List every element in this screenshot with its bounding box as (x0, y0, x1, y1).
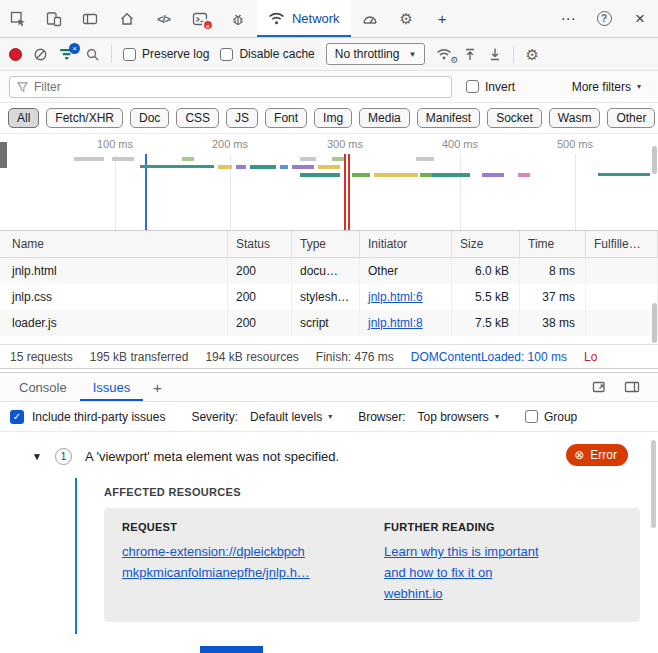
tab-application[interactable]: ⚙ (389, 0, 424, 37)
filter-chip-font[interactable]: Font (265, 108, 307, 128)
request-type: docu… (292, 258, 360, 284)
issue-row[interactable]: ▼ 1 A 'viewport' meta element was not sp… (32, 448, 628, 465)
overflow-menu-button[interactable]: ⋯ (550, 0, 586, 37)
column-header-fulfilled[interactable]: Fulfille… (586, 231, 658, 257)
request-name[interactable]: loader.js (0, 310, 228, 336)
help-icon: ? (597, 11, 612, 26)
tab-elements[interactable]: </> (146, 0, 181, 37)
drawer-tab-issues[interactable]: Issues (80, 373, 144, 401)
tab-network[interactable]: Network (257, 0, 351, 37)
tab-debugger[interactable] (219, 0, 257, 37)
checkbox-icon (525, 410, 538, 423)
request-fulfilled (586, 310, 658, 336)
drawer-scrollbar[interactable] (651, 440, 656, 528)
further-reading-link[interactable]: Learn why this is important (384, 541, 539, 562)
request-size: 6.0 kB (452, 258, 520, 284)
overview-scrollbar[interactable] (652, 146, 657, 174)
device-toolbar-button[interactable] (36, 0, 72, 37)
network-settings-button[interactable]: ⚙ (525, 47, 538, 62)
request-status: 200 (228, 258, 292, 284)
request-row[interactable]: jnlp.html 200 docu… Other 6.0 kB 8 ms (0, 258, 658, 284)
throttling-select[interactable]: No throttling ▼ (326, 43, 426, 65)
initiator-link[interactable]: jnlp.html:6 (368, 290, 423, 304)
expander-icon[interactable]: ▼ (32, 451, 42, 462)
focus-mode-button[interactable] (72, 0, 108, 37)
column-header-status[interactable]: Status (228, 231, 292, 257)
waterfall-segment (74, 157, 104, 161)
overview-scroll-handle[interactable] (0, 142, 7, 168)
initiator-link[interactable]: jnlp.html:8 (368, 316, 423, 330)
filter-chip-socket[interactable]: Socket (487, 108, 542, 128)
affected-request-link[interactable]: chrome-extension://dpleickbpch (122, 541, 384, 562)
affected-request-link[interactable]: mkpkmicanfolmianepfhe/jnlp.h… (122, 562, 384, 583)
network-overview[interactable]: 100 ms 200 ms 300 ms 400 ms 500 ms (0, 134, 658, 231)
checkbox-icon (123, 48, 136, 61)
network-summary-bar: 15 requests 195 kB transferred 194 kB re… (0, 344, 658, 369)
clear-button[interactable] (33, 47, 48, 62)
request-name[interactable]: jnlp.css (0, 284, 228, 310)
column-header-name[interactable]: Name (0, 231, 228, 257)
column-header-size[interactable]: Size (452, 231, 520, 257)
disable-cache-checkbox[interactable]: Disable cache (220, 47, 314, 61)
filter-chip-other[interactable]: Other (607, 108, 655, 128)
record-button[interactable] (9, 48, 22, 61)
severity-dropdown[interactable]: Default levels ▾ (250, 410, 332, 424)
add-drawer-tab-button[interactable]: + (143, 373, 171, 401)
waterfall-segment (182, 157, 194, 161)
filter-chip-manifest[interactable]: Manifest (417, 108, 480, 128)
drawer-tab-console[interactable]: Console (6, 373, 80, 401)
request-row[interactable]: loader.js 200 script jnlp.html:8 7.5 kB … (0, 310, 658, 336)
column-header-initiator[interactable]: Initiator (360, 231, 452, 257)
tab-welcome[interactable] (108, 0, 146, 37)
column-header-type[interactable]: Type (292, 231, 360, 257)
clear-filters-badge[interactable]: × (69, 43, 80, 54)
filter-chip-media[interactable]: Media (359, 108, 410, 128)
waterfall-segment (416, 157, 434, 161)
column-header-time[interactable]: Time (520, 231, 586, 257)
help-button[interactable]: ? (586, 0, 622, 37)
waterfall-segment (518, 173, 530, 177)
filter-chip-fetch-xhr[interactable]: Fetch/XHR (46, 108, 123, 128)
filter-input[interactable] (34, 80, 444, 94)
waterfall-segment (292, 165, 314, 169)
filter-chip-img[interactable]: Img (314, 108, 352, 128)
issues-panel: ▼ 1 A 'viewport' meta element was not sp… (0, 432, 658, 653)
request-row[interactable]: jnlp.css 200 stylesh… jnlp.html:6 5.5 kB… (0, 284, 658, 310)
expand-drawer-icon[interactable] (624, 379, 640, 395)
more-tabs-button[interactable]: + (424, 0, 460, 37)
issue-title[interactable]: A 'viewport' meta element was not specif… (85, 449, 339, 464)
invert-checkbox[interactable]: Invert (466, 80, 515, 94)
table-scrollbar[interactable] (652, 303, 657, 343)
more-filters-button[interactable]: More filters ▾ (572, 80, 641, 94)
search-button[interactable] (85, 47, 100, 62)
tab-console[interactable]: × (181, 0, 219, 37)
further-reading-link[interactable]: webhint.io (384, 583, 539, 604)
tabbar-spacer (460, 0, 550, 37)
error-severity-badge[interactable]: ⊗ Error (566, 444, 628, 466)
export-har-button[interactable] (488, 47, 502, 61)
network-conditions-button[interactable]: ⚙ (436, 48, 452, 60)
filter-toggle-button[interactable]: × (59, 48, 74, 61)
close-devtools-button[interactable]: × (622, 0, 658, 37)
request-name[interactable]: jnlp.html (0, 258, 228, 284)
browser-dropdown[interactable]: Top browsers ▾ (418, 410, 499, 424)
tab-performance[interactable] (351, 0, 389, 37)
import-har-button[interactable] (463, 47, 477, 61)
toolbar-divider (111, 45, 112, 63)
open-panel-icon[interactable] (591, 379, 607, 395)
filter-chip-css[interactable]: CSS (176, 108, 219, 128)
summary-finish: Finish: 476 ms (316, 350, 394, 364)
filter-chip-all[interactable]: All (8, 108, 39, 128)
group-checkbox[interactable]: Group (525, 410, 577, 424)
include-third-party-checkbox[interactable]: ✓ (10, 410, 24, 424)
waterfall-segment (352, 173, 370, 177)
filter-chip-js[interactable]: JS (226, 108, 258, 128)
preserve-log-checkbox[interactable]: Preserve log (123, 47, 209, 61)
filter-chip-doc[interactable]: Doc (130, 108, 169, 128)
filter-chip-wasm[interactable]: Wasm (549, 108, 601, 128)
filter-input-box[interactable] (9, 76, 452, 98)
bug-icon (230, 11, 246, 27)
waterfall-segment (140, 165, 214, 168)
inspect-button[interactable] (0, 0, 36, 37)
further-reading-link[interactable]: and how to fix it on (384, 562, 539, 583)
